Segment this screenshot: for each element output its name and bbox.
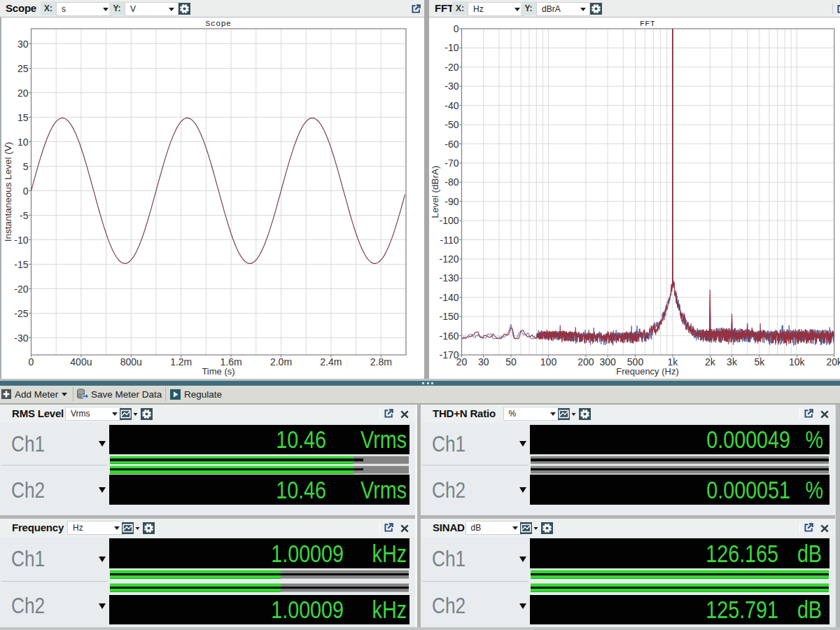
- svg-text:5k: 5k: [755, 356, 766, 368]
- svg-text:-70: -70: [444, 158, 458, 169]
- svg-text:Frequency (Hz): Frequency (Hz): [616, 366, 679, 377]
- svg-text:20k: 20k: [826, 356, 840, 368]
- svg-text:0: 0: [29, 356, 34, 368]
- svg-text:-130: -130: [439, 272, 458, 284]
- svg-text:15: 15: [18, 112, 29, 123]
- svg-text:-10: -10: [444, 42, 458, 53]
- svg-text:800u: 800u: [120, 356, 142, 368]
- svg-text:50: 50: [505, 356, 517, 368]
- svg-text:5: 5: [23, 161, 29, 172]
- svg-text:-20: -20: [14, 284, 28, 295]
- svg-text:1.2m: 1.2m: [170, 356, 192, 368]
- svg-text:-120: -120: [439, 253, 458, 265]
- svg-text:0: 0: [23, 186, 29, 197]
- svg-text:200: 200: [578, 356, 594, 368]
- svg-text:20: 20: [18, 88, 29, 99]
- svg-text:-150: -150: [439, 311, 458, 322]
- svg-text:-140: -140: [439, 292, 458, 303]
- svg-text:400u: 400u: [70, 356, 92, 368]
- svg-text:-160: -160: [439, 330, 458, 342]
- svg-text:25: 25: [18, 63, 29, 74]
- svg-text:0: 0: [454, 23, 459, 34]
- svg-text:10: 10: [18, 136, 29, 148]
- svg-text:30: 30: [478, 356, 489, 368]
- svg-text:300: 300: [599, 356, 616, 368]
- svg-text:2k: 2k: [705, 356, 716, 368]
- svg-text:2.8m: 2.8m: [370, 356, 392, 368]
- svg-text:10k: 10k: [789, 356, 806, 368]
- svg-text:-80: -80: [444, 176, 458, 188]
- svg-text:-50: -50: [444, 119, 458, 130]
- svg-text:-20: -20: [444, 62, 458, 73]
- svg-text:-5: -5: [20, 210, 29, 221]
- svg-text:-30: -30: [14, 332, 28, 344]
- svg-text:3k: 3k: [727, 356, 738, 368]
- svg-text:-100: -100: [439, 215, 458, 226]
- svg-text:Time (s): Time (s): [202, 366, 234, 377]
- svg-text:-110: -110: [440, 234, 459, 246]
- svg-text:-90: -90: [444, 196, 458, 207]
- svg-text:2.0m: 2.0m: [270, 356, 292, 368]
- svg-text:100: 100: [540, 356, 557, 368]
- svg-text:-60: -60: [444, 139, 458, 150]
- svg-text:Instantaneous Level (V): Instantaneous Level (V): [3, 142, 13, 242]
- svg-text:-30: -30: [444, 80, 458, 92]
- svg-text:FFT: FFT: [640, 19, 655, 28]
- svg-text:Level (dBrA): Level (dBrA): [430, 165, 440, 218]
- svg-text:30: 30: [18, 38, 29, 50]
- svg-text:2.4m: 2.4m: [320, 356, 342, 368]
- svg-text:-40: -40: [444, 100, 458, 111]
- svg-text:-15: -15: [14, 259, 28, 270]
- svg-text:Scope: Scope: [205, 19, 231, 28]
- svg-text:-10: -10: [14, 234, 28, 246]
- svg-text:-170: -170: [439, 349, 458, 360]
- svg-text:-25: -25: [14, 308, 28, 319]
